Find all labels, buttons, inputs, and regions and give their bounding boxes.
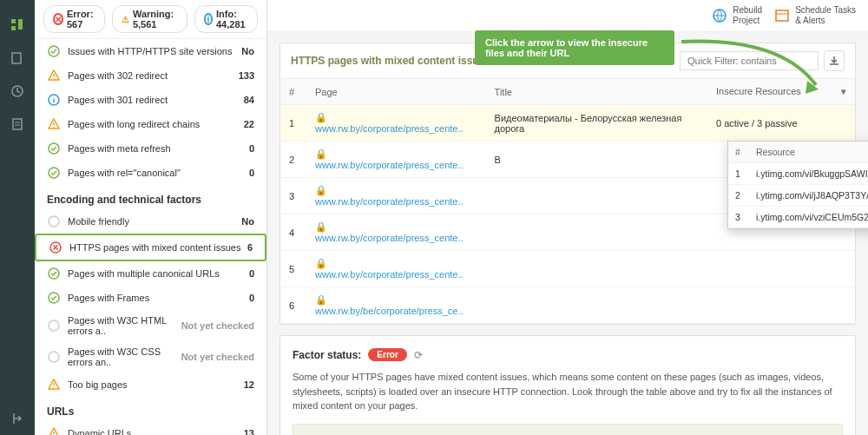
sidebar-item-label: Pages with W3C HTML errors a.. [68, 315, 181, 336]
section-urls: URLs [35, 397, 266, 421]
popup-row[interactable]: 2i.ytimg.com/vi/jJ8AQP3T3Y/0.jpgng> [728, 185, 868, 207]
main: Rebuild Project Schedule Tasks & Alerts … [267, 0, 868, 435]
error-badge: Error [368, 348, 406, 361]
sidebar-item[interactable]: Mobile friendlyNo [35, 209, 266, 234]
quick-filter-input[interactable] [680, 51, 819, 70]
cell-page[interactable]: 🔒www.rw.by/corporate/press_cente.. [306, 178, 486, 214]
sidebar-item[interactable]: Pages with 301 redirect84 [35, 88, 266, 112]
table-row[interactable]: 6🔒www.rw.by/be/corporate/press_ce.. [280, 287, 855, 324]
factor-note: Alongside with mixed content issues, the… [293, 424, 843, 436]
sidebar-item-count: 0 [249, 168, 254, 178]
cell-page[interactable]: 🔒www.rw.by/corporate/press_cente.. [306, 142, 486, 178]
pop-cell-resource[interactable]: i.ytimg.com/vi/jJ8AQP3T3Y/0.jpg [749, 185, 868, 207]
cell-num: 6 [280, 287, 306, 324]
rail-icon-expand[interactable] [8, 409, 27, 428]
pop-cell-num: 2 [728, 185, 749, 207]
sidebar-item[interactable]: Too big pages12 [35, 372, 266, 397]
cell-num: 4 [280, 214, 306, 251]
sidebar-item[interactable]: Pages with long redirect chains22 [35, 112, 266, 136]
col-page[interactable]: Page [306, 79, 486, 105]
cell-page[interactable]: 🔒www.rw.by/corporate/press_cente.. [306, 251, 486, 287]
sidebar-item-label: Pages with 301 redirect [68, 95, 244, 105]
sidebar-item-count: Not yet checked [181, 352, 254, 362]
cell-resources [707, 287, 855, 324]
status-icon [47, 426, 61, 435]
cell-num: 1 [280, 105, 306, 142]
sidebar-item-label: HTTPS pages with mixed content issues [69, 242, 247, 253]
pop-cell-resource[interactable]: i.ytimg.com/vi/BkuggpSAWIs/0.j.. ➦ [749, 163, 868, 185]
sidebar-item-label: Pages with Frames [68, 293, 249, 303]
status-icon [49, 241, 62, 254]
lock-icon: 🔒 [315, 112, 327, 122]
sidebar-item-label: Pages with rel="canonical" [68, 168, 249, 178]
refresh-icon[interactable]: ⟳ [414, 349, 423, 361]
sidebar-item-label: Too big pages [68, 379, 244, 390]
factor-status-label: Factor status: [293, 349, 361, 361]
pop-col-num[interactable]: # [728, 142, 749, 163]
popup-row[interactable]: 1i.ytimg.com/vi/BkuggpSAWIs/0.j.. ➦Passi… [728, 163, 868, 185]
nav-rail [0, 0, 35, 435]
rail-icon-clock[interactable] [8, 82, 27, 101]
cell-num: 3 [280, 178, 306, 214]
pop-col-resource[interactable]: Resource [749, 142, 868, 163]
svg-rect-0 [11, 19, 16, 23]
cell-title [486, 287, 707, 324]
pop-cell-resource[interactable]: i.ytimg.com/vi/vziCEUm5G2Q/0.jpg [749, 207, 868, 228]
svg-rect-5 [13, 119, 22, 129]
sidebar-item-label: Dynamic URLs [68, 428, 244, 435]
calendar-icon [774, 8, 790, 23]
status-icon [47, 142, 61, 155]
status-icon [47, 166, 61, 180]
sidebar-item[interactable]: Dynamic URLs13 [35, 421, 266, 435]
info-pill[interactable]: iInfo: 44,281 [194, 5, 259, 33]
col-num[interactable]: # [280, 79, 306, 105]
sidebar-item-label: Pages with meta refresh [68, 143, 249, 154]
sidebar: ✕Error: 567 ⚠Warning: 5,561 iInfo: 44,28… [35, 0, 267, 435]
cell-resources: 0 active / 3 passive [707, 105, 855, 142]
cell-num: 2 [280, 142, 306, 178]
sidebar-item[interactable]: Pages with W3C HTML errors a..Not yet ch… [35, 310, 266, 341]
summary-bar: ✕Error: 567 ⚠Warning: 5,561 iInfo: 44,28… [35, 0, 266, 39]
sidebar-item[interactable]: Issues with HTTP/HTTPS site versionsNo [35, 39, 266, 63]
warning-pill[interactable]: ⚠Warning: 5,561 [112, 5, 187, 33]
sidebar-item[interactable]: Pages with rel="canonical"0 [35, 161, 266, 185]
lock-icon: 🔒 [315, 258, 327, 268]
status-icon [47, 69, 61, 82]
info-count: 44,281 [216, 19, 246, 30]
status-icon [47, 350, 61, 364]
schedule-button[interactable]: Schedule Tasks & Alerts [774, 5, 856, 26]
cell-page[interactable]: 🔒www.rw.by/corporate/press_cente.. [306, 105, 486, 142]
status-icon [47, 44, 61, 58]
rail-icon-report[interactable] [8, 115, 27, 134]
table-row[interactable]: 1🔒www.rw.by/corporate/press_cente..Видео… [280, 105, 855, 142]
warning-label: Warning: [133, 9, 174, 19]
pop-cell-num: 1 [728, 163, 749, 185]
sidebar-item[interactable]: Pages with multiple canonical URLs0 [35, 261, 266, 286]
svg-rect-2 [18, 19, 23, 30]
status-icon [47, 93, 61, 107]
sidebar-item-count: No [241, 216, 254, 227]
download-button[interactable] [824, 50, 845, 71]
cell-page[interactable]: 🔒www.rw.by/corporate/press_cente.. [306, 214, 486, 251]
popup-row[interactable]: 3i.ytimg.com/vi/vziCEUm5G2Q/0.jpgPassive… [728, 207, 868, 228]
info-label: Info: [216, 9, 237, 19]
sidebar-item-count: 0 [249, 293, 254, 303]
sidebar-item[interactable]: Pages with Frames0 [35, 286, 266, 310]
col-resources[interactable]: Insecure Resources ▾ [707, 79, 855, 105]
sidebar-item-count: No [241, 46, 254, 56]
sidebar-item[interactable]: Pages with meta refresh0 [35, 136, 266, 161]
rail-icon-pages[interactable] [8, 49, 27, 68]
sidebar-item-label: Pages with multiple canonical URLs [68, 268, 249, 279]
sidebar-item[interactable]: HTTPS pages with mixed content issues6 [35, 234, 266, 261]
lock-icon: 🔒 [315, 148, 327, 159]
error-pill[interactable]: ✕Error: 567 [43, 5, 105, 33]
col-title[interactable]: Title [486, 79, 707, 105]
rebuild-button[interactable]: Rebuild Project [712, 5, 762, 26]
factor-panel: Factor status: Error ⟳ Some of your HTTP… [279, 335, 856, 435]
rail-icon-dashboard[interactable] [8, 16, 27, 35]
table-row[interactable]: 5🔒www.rw.by/corporate/press_cente.. [280, 251, 855, 287]
sidebar-item[interactable]: Pages with W3C CSS errors an..Not yet ch… [35, 341, 266, 372]
sidebar-item[interactable]: Pages with 302 redirect133 [35, 63, 266, 88]
sidebar-item-count: 0 [249, 268, 254, 279]
cell-page[interactable]: 🔒www.rw.by/be/corporate/press_ce.. [306, 287, 486, 324]
